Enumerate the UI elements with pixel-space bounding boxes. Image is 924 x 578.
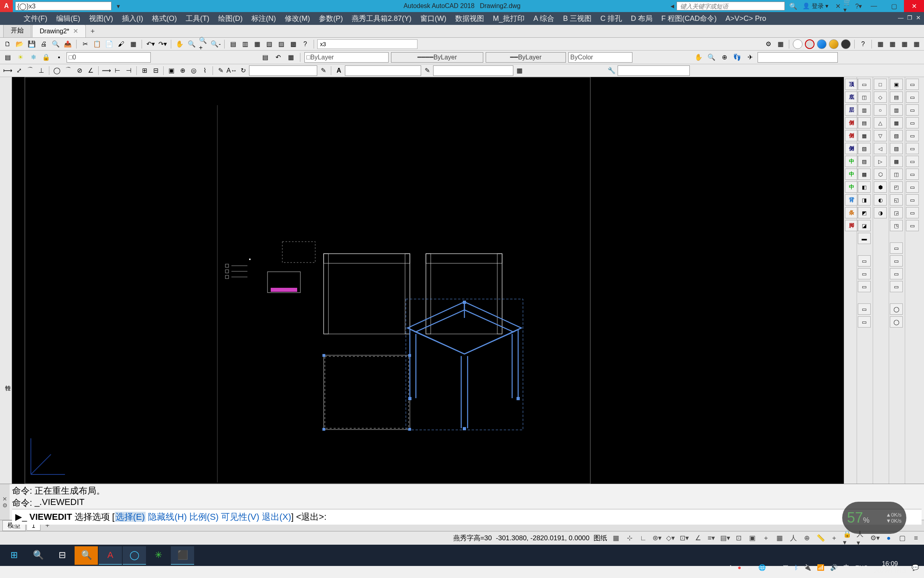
tray-vol-icon[interactable]: 🔊: [830, 564, 838, 571]
everything-button[interactable]: 🔍: [75, 546, 98, 565]
tc1-b6[interactable]: ▧: [858, 143, 871, 154]
vs-hidden-icon[interactable]: [804, 39, 815, 49]
vl-mid1[interactable]: 中: [845, 156, 858, 167]
ime-lang1[interactable]: 中: [843, 564, 849, 571]
sheetset-icon[interactable]: ▧: [264, 39, 274, 49]
exchange-icon[interactable]: ✕: [833, 1, 843, 11]
vl-mid2[interactable]: 中: [845, 169, 858, 180]
lwt-icon[interactable]: ≡▾: [707, 533, 716, 543]
tc2-b11[interactable]: ◑: [874, 207, 887, 218]
search-icon[interactable]: 🔍: [788, 1, 798, 11]
qat-dropdown-icon[interactable]: ▾: [113, 1, 124, 11]
dimstyle-combo[interactable]: [249, 65, 317, 76]
print-icon[interactable]: 🖨: [38, 39, 49, 49]
tc2-b3[interactable]: ○: [874, 104, 887, 116]
dim-ord-icon[interactable]: ⊥: [36, 65, 47, 76]
tc2-b1[interactable]: □: [874, 79, 887, 90]
vs-wireframe-icon[interactable]: [792, 39, 803, 49]
tc2-b4[interactable]: △: [874, 117, 887, 128]
new-icon[interactable]: 🗋: [2, 39, 13, 49]
vl-side3[interactable]: 侧: [845, 143, 858, 154]
menu-a[interactable]: A 综合: [530, 14, 558, 23]
dim-ang-icon[interactable]: ∠: [85, 65, 96, 76]
vl-foot[interactable]: 脚: [845, 220, 858, 231]
lineweight-combo[interactable]: ━━ ByLayer: [486, 52, 566, 63]
sc-icon[interactable]: 人: [788, 533, 798, 543]
login-button[interactable]: 👤 登录 ▾: [798, 2, 833, 10]
extra-tool-icon[interactable]: 🔧: [606, 65, 617, 76]
wechat-app[interactable]: ✳: [147, 546, 170, 565]
layer-color-icon[interactable]: ▪: [54, 52, 64, 63]
lock-icon[interactable]: 🔒▾: [843, 533, 853, 543]
tc1-b8[interactable]: ▩: [858, 169, 871, 180]
clock[interactable]: 16:092022/11/13: [874, 560, 906, 575]
menu-yanxiu[interactable]: 燕秀工具箱2.87(Y): [348, 14, 415, 23]
menu-dim[interactable]: 标注(N): [248, 14, 280, 23]
tol-icon[interactable]: ▣: [166, 65, 176, 76]
tc1-b1[interactable]: ▭: [858, 79, 871, 90]
tc3-b4[interactable]: ▦: [890, 117, 903, 128]
tc4-b9[interactable]: ▭: [906, 181, 919, 193]
copy-icon[interactable]: 📋: [92, 39, 102, 49]
props-icon[interactable]: ▤: [228, 39, 238, 49]
dim-space-icon[interactable]: ⊞: [139, 65, 150, 76]
tc1-b3[interactable]: ▥: [858, 104, 871, 116]
zoom-icon[interactable]: 🔍: [186, 39, 197, 49]
tc4-b1[interactable]: ▭: [906, 79, 919, 90]
tc4-b10[interactable]: ▭: [906, 194, 919, 206]
redo-icon[interactable]: ↷▾: [157, 39, 168, 49]
nav-orbit-icon[interactable]: ⊕: [719, 52, 729, 63]
tab-drawing2[interactable]: Drawing2* ✕: [32, 24, 86, 37]
tc3-b1[interactable]: ▣: [890, 79, 903, 90]
tc1-b4[interactable]: ▤: [858, 117, 871, 128]
am-icon[interactable]: ⊕: [802, 533, 812, 543]
linetype-combo[interactable]: ━━━━ ByLayer: [391, 52, 483, 63]
units-icon[interactable]: 📏: [816, 533, 825, 543]
menu-file[interactable]: 文件(F): [20, 14, 51, 23]
ext-tb4-icon[interactable]: ▦: [911, 39, 922, 49]
mdi-close[interactable]: ✕: [914, 14, 922, 22]
otrack-icon[interactable]: ∠: [693, 533, 703, 543]
dim-break-icon[interactable]: ⊟: [150, 65, 161, 76]
zoomwin-icon[interactable]: 🔍+: [199, 39, 209, 49]
tc3-b16[interactable]: ▭: [890, 281, 903, 292]
tc2-b10[interactable]: ◐: [874, 194, 887, 206]
menu-batchprint[interactable]: M_批打印: [489, 14, 528, 23]
tc3-b13[interactable]: ▭: [890, 242, 903, 254]
vs-conceptual-icon[interactable]: [829, 39, 839, 49]
ortho-icon[interactable]: ∟: [638, 533, 648, 543]
menu-format[interactable]: 格式(O): [148, 14, 180, 23]
markup-icon[interactable]: ▨: [276, 39, 286, 49]
table-combo[interactable]: [433, 65, 513, 76]
tc3-b17[interactable]: ◯: [890, 303, 903, 315]
block-icon[interactable]: ▦: [128, 39, 138, 49]
tc2-b5[interactable]: ▽: [874, 130, 887, 141]
tab-new-button[interactable]: +: [87, 26, 99, 37]
dim-aligned-icon[interactable]: ⤢: [14, 65, 24, 76]
publish-icon[interactable]: 📤: [63, 39, 73, 49]
dyn-icon[interactable]: +: [761, 533, 771, 543]
tc3-b12[interactable]: ◳: [890, 220, 903, 231]
dim-arc-icon[interactable]: ⌒: [25, 65, 35, 76]
tc3-b3[interactable]: ▥: [890, 104, 903, 116]
ws-icon[interactable]: ⚙▾: [870, 533, 880, 543]
dim-jog-icon[interactable]: ⌒: [63, 65, 73, 76]
tc1-b14[interactable]: ▭: [858, 255, 871, 267]
tray-net-icon[interactable]: 🌐: [758, 564, 766, 571]
tray-wifi-icon[interactable]: 📶: [817, 564, 825, 571]
qat-layer-combo[interactable]: {◯}x3: [15, 2, 111, 10]
vl-side1[interactable]: 侧: [845, 117, 858, 128]
polar-icon[interactable]: ⊛▾: [652, 533, 662, 543]
dim-quick-icon[interactable]: ⟿: [101, 65, 111, 76]
tc4-b3[interactable]: ▭: [906, 104, 919, 116]
tc4-b4[interactable]: ▭: [906, 117, 919, 128]
tc4-b12[interactable]: ▭: [906, 220, 919, 231]
menu-b[interactable]: B 三视图: [559, 14, 595, 23]
tc1-b7[interactable]: ▨: [858, 156, 871, 167]
tc3-b9[interactable]: ◰: [890, 181, 903, 193]
tc4-b8[interactable]: ▭: [906, 169, 919, 180]
tray-bt-icon[interactable]: ᛒ: [794, 564, 798, 571]
menu-edit[interactable]: 编辑(E): [53, 14, 84, 23]
textstyle-edit-icon[interactable]: ✎: [422, 65, 432, 76]
tc3-b5[interactable]: ▧: [890, 130, 903, 141]
